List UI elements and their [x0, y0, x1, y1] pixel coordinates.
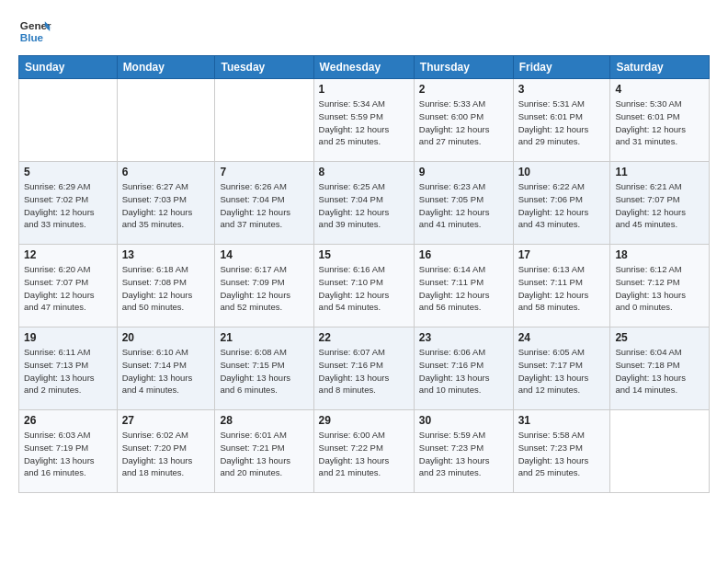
day-cell — [117, 79, 215, 162]
day-number: 18 — [615, 248, 704, 261]
day-info: Sunrise: 5:30 AM Sunset: 6:01 PM Dayligh… — [615, 98, 704, 148]
day-cell: 24Sunrise: 6:05 AM Sunset: 7:17 PM Dayli… — [513, 327, 610, 410]
day-number: 13 — [122, 248, 210, 261]
day-info: Sunrise: 6:25 AM Sunset: 7:04 PM Dayligh… — [319, 180, 409, 231]
week-row-1: 1Sunrise: 5:34 AM Sunset: 5:59 PM Daylig… — [19, 79, 710, 162]
day-cell: 12Sunrise: 6:20 AM Sunset: 7:07 PM Dayli… — [19, 245, 118, 327]
day-number: 30 — [419, 414, 508, 427]
day-info: Sunrise: 5:59 AM Sunset: 7:23 PM Dayligh… — [419, 429, 508, 479]
day-info: Sunrise: 6:22 AM Sunset: 7:06 PM Dayligh… — [518, 180, 606, 231]
day-number: 27 — [122, 414, 210, 427]
day-cell: 14Sunrise: 6:17 AM Sunset: 7:09 PM Dayli… — [215, 245, 313, 327]
day-number: 29 — [319, 414, 409, 427]
day-info: Sunrise: 6:27 AM Sunset: 7:03 PM Dayligh… — [122, 180, 210, 231]
calendar-body: 1Sunrise: 5:34 AM Sunset: 5:59 PM Daylig… — [19, 79, 710, 493]
day-number: 20 — [122, 331, 210, 344]
day-cell: 9Sunrise: 6:23 AM Sunset: 7:05 PM Daylig… — [414, 162, 513, 245]
weekday-header-monday: Monday — [117, 56, 215, 79]
day-info: Sunrise: 6:12 AM Sunset: 7:12 PM Dayligh… — [615, 263, 704, 314]
day-cell: 21Sunrise: 6:08 AM Sunset: 7:15 PM Dayli… — [215, 327, 313, 410]
day-info: Sunrise: 6:08 AM Sunset: 7:15 PM Dayligh… — [220, 346, 308, 396]
day-number: 21 — [220, 331, 308, 344]
day-number: 17 — [518, 248, 606, 261]
day-number: 10 — [518, 166, 606, 178]
day-number: 24 — [518, 331, 606, 344]
day-cell — [215, 79, 313, 162]
day-number: 23 — [419, 331, 508, 344]
day-info: Sunrise: 6:26 AM Sunset: 7:04 PM Dayligh… — [220, 180, 308, 231]
day-number: 1 — [319, 83, 409, 96]
day-cell: 15Sunrise: 6:16 AM Sunset: 7:10 PM Dayli… — [313, 245, 414, 327]
day-info: Sunrise: 6:04 AM Sunset: 7:18 PM Dayligh… — [615, 346, 704, 396]
weekday-header-tuesday: Tuesday — [215, 56, 313, 79]
day-info: Sunrise: 6:16 AM Sunset: 7:10 PM Dayligh… — [319, 263, 409, 314]
day-cell: 20Sunrise: 6:10 AM Sunset: 7:14 PM Dayli… — [117, 327, 215, 410]
day-cell: 22Sunrise: 6:07 AM Sunset: 7:16 PM Dayli… — [313, 327, 414, 410]
logo-icon: General Blue — [18, 15, 51, 48]
day-cell: 7Sunrise: 6:26 AM Sunset: 7:04 PM Daylig… — [215, 162, 313, 245]
day-number: 26 — [24, 414, 112, 427]
day-info: Sunrise: 6:10 AM Sunset: 7:14 PM Dayligh… — [122, 346, 210, 396]
day-cell: 6Sunrise: 6:27 AM Sunset: 7:03 PM Daylig… — [117, 162, 215, 245]
day-cell: 27Sunrise: 6:02 AM Sunset: 7:20 PM Dayli… — [117, 410, 215, 493]
day-cell: 8Sunrise: 6:25 AM Sunset: 7:04 PM Daylig… — [313, 162, 414, 245]
day-number: 9 — [419, 166, 508, 178]
day-info: Sunrise: 6:23 AM Sunset: 7:05 PM Dayligh… — [419, 180, 508, 231]
calendar: SundayMondayTuesdayWednesdayThursdayFrid… — [18, 55, 710, 493]
day-number: 14 — [220, 248, 308, 261]
weekday-header-row: SundayMondayTuesdayWednesdayThursdayFrid… — [19, 56, 710, 79]
day-info: Sunrise: 6:05 AM Sunset: 7:17 PM Dayligh… — [518, 346, 606, 396]
page: General Blue SundayMondayTuesdayWednesda… — [0, 0, 728, 508]
day-cell — [610, 410, 710, 493]
day-number: 5 — [24, 166, 112, 178]
day-number: 19 — [24, 331, 112, 344]
day-number: 25 — [615, 331, 704, 344]
day-cell: 17Sunrise: 6:13 AM Sunset: 7:11 PM Dayli… — [513, 245, 610, 327]
day-info: Sunrise: 6:01 AM Sunset: 7:21 PM Dayligh… — [220, 429, 308, 479]
day-number: 31 — [518, 414, 606, 427]
day-cell: 13Sunrise: 6:18 AM Sunset: 7:08 PM Dayli… — [117, 245, 215, 327]
day-cell: 31Sunrise: 5:58 AM Sunset: 7:23 PM Dayli… — [513, 410, 610, 493]
day-cell: 10Sunrise: 6:22 AM Sunset: 7:06 PM Dayli… — [513, 162, 610, 245]
weekday-header-wednesday: Wednesday — [313, 56, 414, 79]
day-cell: 2Sunrise: 5:33 AM Sunset: 6:00 PM Daylig… — [414, 79, 513, 162]
svg-text:Blue: Blue — [20, 31, 44, 43]
day-info: Sunrise: 5:33 AM Sunset: 6:00 PM Dayligh… — [419, 98, 508, 148]
day-info: Sunrise: 6:11 AM Sunset: 7:13 PM Dayligh… — [24, 346, 112, 396]
day-info: Sunrise: 6:14 AM Sunset: 7:11 PM Dayligh… — [419, 263, 508, 314]
day-info: Sunrise: 5:34 AM Sunset: 5:59 PM Dayligh… — [319, 98, 409, 148]
day-info: Sunrise: 5:58 AM Sunset: 7:23 PM Dayligh… — [518, 429, 606, 479]
day-number: 8 — [319, 166, 409, 178]
day-info: Sunrise: 6:06 AM Sunset: 7:16 PM Dayligh… — [419, 346, 508, 396]
day-info: Sunrise: 5:31 AM Sunset: 6:01 PM Dayligh… — [518, 98, 606, 148]
day-info: Sunrise: 6:20 AM Sunset: 7:07 PM Dayligh… — [24, 263, 112, 314]
day-number: 11 — [615, 166, 704, 178]
day-number: 22 — [319, 331, 409, 344]
day-number: 3 — [518, 83, 606, 96]
day-info: Sunrise: 6:07 AM Sunset: 7:16 PM Dayligh… — [319, 346, 409, 396]
logo: General Blue — [18, 15, 51, 48]
day-cell: 28Sunrise: 6:01 AM Sunset: 7:21 PM Dayli… — [215, 410, 313, 493]
day-number: 15 — [319, 248, 409, 261]
week-row-5: 26Sunrise: 6:03 AM Sunset: 7:19 PM Dayli… — [19, 410, 710, 493]
header: General Blue — [18, 15, 710, 48]
day-cell: 4Sunrise: 5:30 AM Sunset: 6:01 PM Daylig… — [610, 79, 710, 162]
day-info: Sunrise: 6:18 AM Sunset: 7:08 PM Dayligh… — [122, 263, 210, 314]
day-cell: 19Sunrise: 6:11 AM Sunset: 7:13 PM Dayli… — [19, 327, 118, 410]
day-cell: 23Sunrise: 6:06 AM Sunset: 7:16 PM Dayli… — [414, 327, 513, 410]
week-row-3: 12Sunrise: 6:20 AM Sunset: 7:07 PM Dayli… — [19, 245, 710, 327]
day-cell: 11Sunrise: 6:21 AM Sunset: 7:07 PM Dayli… — [610, 162, 710, 245]
day-info: Sunrise: 6:13 AM Sunset: 7:11 PM Dayligh… — [518, 263, 606, 314]
day-info: Sunrise: 6:17 AM Sunset: 7:09 PM Dayligh… — [220, 263, 308, 314]
day-number: 16 — [419, 248, 508, 261]
weekday-header-thursday: Thursday — [414, 56, 513, 79]
day-number: 7 — [220, 166, 308, 178]
day-cell: 29Sunrise: 6:00 AM Sunset: 7:22 PM Dayli… — [313, 410, 414, 493]
day-cell: 30Sunrise: 5:59 AM Sunset: 7:23 PM Dayli… — [414, 410, 513, 493]
day-number: 28 — [220, 414, 308, 427]
day-cell: 3Sunrise: 5:31 AM Sunset: 6:01 PM Daylig… — [513, 79, 610, 162]
day-number: 6 — [122, 166, 210, 178]
week-row-2: 5Sunrise: 6:29 AM Sunset: 7:02 PM Daylig… — [19, 162, 710, 245]
day-cell: 5Sunrise: 6:29 AM Sunset: 7:02 PM Daylig… — [19, 162, 118, 245]
day-cell: 25Sunrise: 6:04 AM Sunset: 7:18 PM Dayli… — [610, 327, 710, 410]
